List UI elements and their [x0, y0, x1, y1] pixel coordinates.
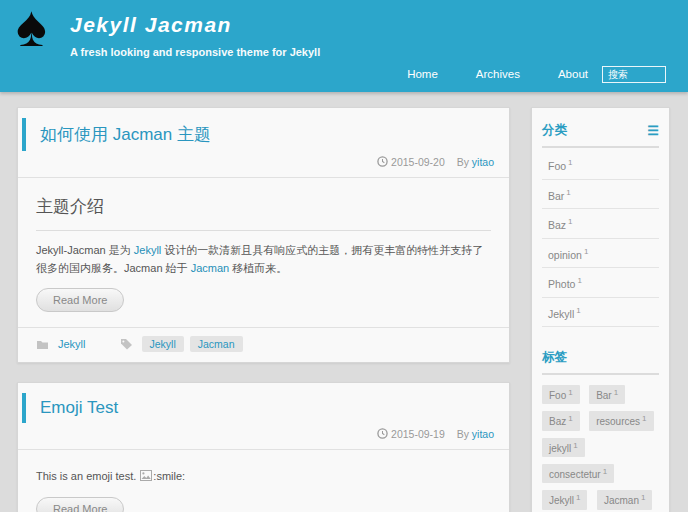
- by-label: By: [457, 156, 469, 168]
- folder-icon: [36, 339, 49, 350]
- widget-title: 标签: [542, 341, 659, 373]
- author-link[interactable]: yitao: [472, 156, 494, 168]
- emoji-text: This is an emoji test.: [36, 470, 139, 482]
- search-input[interactable]: [602, 66, 666, 83]
- page-container: 如何使用 Jacman 主题 2015-09-20 By yitao 主题介绍 …: [0, 92, 688, 512]
- tags-title: 标签: [542, 349, 567, 366]
- post-excerpt: Jekyll-Jacman 是为 Jekyll 设计的一款清新且具有响应式的主题…: [36, 242, 491, 277]
- post-tag-pill[interactable]: Jacman: [190, 336, 243, 352]
- post-footer: Jekyll Jekyll Jacman: [18, 327, 509, 362]
- clock-icon: [377, 156, 388, 167]
- clock-icon: [377, 428, 388, 439]
- read-more-button[interactable]: Read More: [36, 288, 124, 312]
- widget-title: 分类 ☰: [542, 114, 659, 146]
- sidebar-tag-pill[interactable]: Baz1: [542, 411, 580, 430]
- sidebar-category-item[interactable]: Foo1: [542, 150, 659, 180]
- emoji-alt-text: :smile:: [153, 470, 185, 482]
- sidebar-tag-pill[interactable]: resources1: [589, 411, 653, 430]
- sidebar-card: 分类 ☰ Foo1 Bar1 Baz1 opinion1 Photo1 Jeky…: [531, 107, 670, 512]
- emoji-test-line: This is an emoji test. :smile:: [36, 470, 491, 483]
- jekyll-link[interactable]: Jekyll: [134, 244, 162, 256]
- nav-item-about[interactable]: About: [558, 68, 588, 80]
- post-tag-pill[interactable]: Jekyll: [142, 336, 184, 352]
- sidebar-category-item[interactable]: opinion1: [542, 239, 659, 269]
- site-header: ♠ Jekyll Jacman A fresh looking and resp…: [0, 0, 688, 92]
- hamburger-menu-icon[interactable]: ☰: [647, 124, 659, 137]
- post-date: 2015-09-19: [391, 428, 445, 440]
- excerpt-text: Jekyll-Jacman 是为: [36, 244, 134, 256]
- divider: [542, 373, 659, 375]
- sidebar-tag-pill[interactable]: Foo1: [542, 385, 580, 404]
- jacman-link[interactable]: Jacman: [191, 262, 230, 274]
- by-label: By: [457, 428, 469, 440]
- main-nav: Home Archives About: [369, 64, 666, 83]
- sidebar-category-item[interactable]: Photo1: [542, 268, 659, 298]
- sidebar: 分类 ☰ Foo1 Bar1 Baz1 opinion1 Photo1 Jeky…: [531, 107, 670, 512]
- broken-image-icon: [140, 470, 152, 483]
- sidebar-category-item[interactable]: Baz1: [542, 209, 659, 239]
- sidebar-tag-pill[interactable]: Bar1: [589, 385, 625, 404]
- spade-logo-icon: ♠: [16, 0, 47, 58]
- post-card: 如何使用 Jacman 主题 2015-09-20 By yitao 主题介绍 …: [17, 107, 510, 363]
- sidebar-tag-pill[interactable]: consectetur1: [542, 464, 614, 483]
- title-block: Jekyll Jacman A fresh looking and respon…: [70, 13, 320, 58]
- post-meta: 2015-09-19 By yitao: [18, 423, 509, 450]
- post-body: 主题介绍 Jekyll-Jacman 是为 Jekyll 设计的一款清新且具有响…: [18, 178, 509, 327]
- post-title-link[interactable]: 如何使用 Jacman 主题: [22, 118, 509, 151]
- post-meta: 2015-09-20 By yitao: [18, 151, 509, 178]
- tag-icon: [120, 338, 133, 350]
- post-head: 如何使用 Jacman 主题 2015-09-20 By yitao: [18, 108, 509, 178]
- content-column: 如何使用 Jacman 主题 2015-09-20 By yitao 主题介绍 …: [17, 107, 510, 512]
- sidebar-tag-pill[interactable]: jekyll1: [542, 438, 585, 457]
- author-link[interactable]: yitao: [472, 428, 494, 440]
- nav-item-home[interactable]: Home: [407, 68, 438, 80]
- post-title-link[interactable]: Emoji Test: [22, 393, 509, 423]
- divider: [542, 146, 659, 148]
- sidebar-tag-pill[interactable]: Jacman1: [597, 490, 652, 509]
- post-head: Emoji Test 2015-09-19 By yitao: [18, 383, 509, 450]
- search-box: [602, 64, 666, 83]
- post-date: 2015-09-20: [391, 156, 445, 168]
- sidebar-tag-pill[interactable]: Jekyll1: [542, 490, 587, 509]
- widget-tags: 标签 Foo1 Bar1 Baz1 resources1 jekyll1 con…: [532, 335, 669, 512]
- categories-title: 分类: [542, 122, 567, 139]
- sidebar-category-item[interactable]: Jekyll1: [542, 298, 659, 328]
- section-heading: 主题介绍: [36, 178, 491, 231]
- site-subtitle: A fresh looking and responsive theme for…: [70, 46, 320, 58]
- tag-pill-list: Foo1 Bar1 Baz1 resources1 jekyll1 consec…: [542, 377, 659, 512]
- excerpt-text: 移植而来。: [229, 262, 287, 274]
- read-more-button[interactable]: Read More: [36, 497, 124, 512]
- post-card: Emoji Test 2015-09-19 By yitao This is a…: [17, 382, 510, 512]
- sidebar-category-item[interactable]: Bar1: [542, 180, 659, 210]
- post-body: This is an emoji test. :smile: Read More: [18, 470, 509, 512]
- nav-item-archives[interactable]: Archives: [476, 68, 520, 80]
- site-title: Jekyll Jacman: [70, 13, 320, 37]
- post-category-link[interactable]: Jekyll: [58, 338, 86, 350]
- widget-categories: 分类 ☰ Foo1 Bar1 Baz1 opinion1 Photo1 Jeky…: [532, 108, 669, 335]
